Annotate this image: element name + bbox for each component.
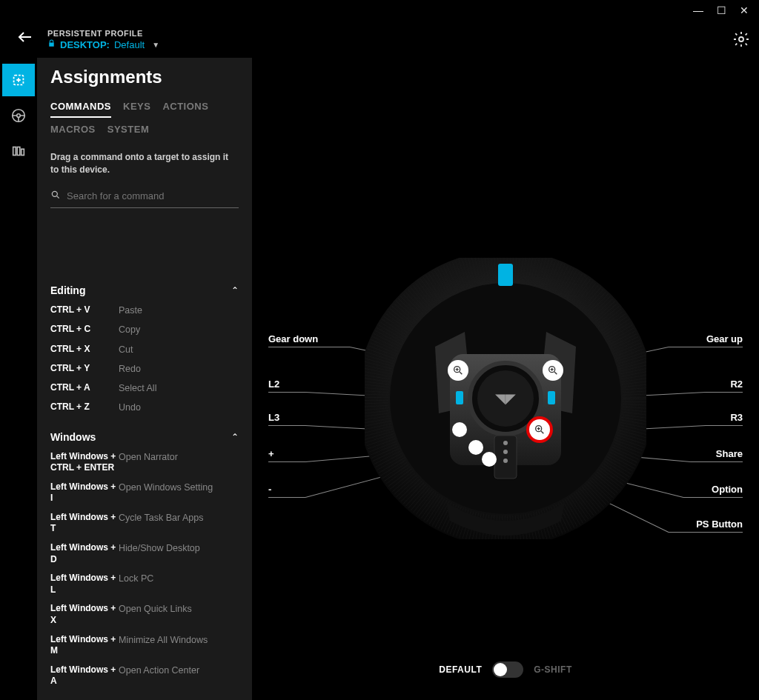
command-keys: Left Windows + A bbox=[50, 664, 119, 687]
command-label: Cut bbox=[119, 344, 133, 356]
command-item[interactable]: CTRL + ZUndo bbox=[50, 398, 239, 417]
window-close[interactable]: ✕ bbox=[740, 4, 749, 16]
svg-point-7 bbox=[52, 191, 57, 196]
command-label: Minimize All Windows bbox=[119, 634, 208, 646]
command-keys: Left Windows + L bbox=[50, 573, 119, 596]
search-input[interactable] bbox=[67, 190, 239, 201]
group-name: Windows bbox=[50, 431, 96, 443]
profile-name: Default bbox=[114, 39, 145, 50]
rail-assignments[interactable] bbox=[2, 64, 35, 96]
command-keys: Left Windows + D bbox=[50, 542, 119, 565]
command-item[interactable]: Left Windows + LLock PC bbox=[50, 569, 239, 599]
titlebar: — ☐ ✕ bbox=[0, 0, 759, 21]
rail-steering[interactable] bbox=[2, 99, 35, 132]
svg-rect-5 bbox=[17, 147, 20, 156]
command-keys: CTRL + C bbox=[50, 324, 119, 336]
group-header[interactable]: Editing⌃ bbox=[50, 284, 239, 296]
topbar: PERSISTENT PROFILE DESKTOP: Default ▼ bbox=[0, 21, 759, 58]
command-label: Undo bbox=[119, 401, 141, 413]
command-keys: CTRL + A bbox=[50, 382, 119, 394]
callout-gear-down: Gear down bbox=[268, 333, 318, 344]
tab-keys[interactable]: KEYS bbox=[123, 101, 150, 118]
tab-macros[interactable]: MACROS bbox=[50, 124, 96, 139]
command-item[interactable]: Left Windows + IOpen Windows Setting bbox=[50, 478, 239, 508]
hotspot-r3-highlighted[interactable] bbox=[529, 419, 550, 440]
svg-point-0 bbox=[739, 37, 743, 41]
command-label: Select All bbox=[119, 382, 156, 394]
command-item[interactable]: Left Windows + TCycle Task Bar Apps bbox=[50, 508, 239, 539]
callout-l2: L2 bbox=[268, 379, 279, 390]
command-keys: Left Windows + CTRL + ENTER bbox=[50, 451, 119, 474]
back-button[interactable] bbox=[7, 28, 43, 50]
group-header[interactable]: Windows⌃ bbox=[50, 431, 239, 443]
command-item[interactable]: Left Windows + CTRL + ENTEROpen Narrator bbox=[50, 447, 239, 478]
command-keys: CTRL + Z bbox=[50, 401, 119, 413]
command-keys: CTRL + V bbox=[50, 304, 119, 316]
search-icon bbox=[50, 190, 61, 203]
toggle-gshift-label: G-SHIFT bbox=[534, 664, 572, 675]
command-keys: CTRL + Y bbox=[50, 363, 119, 375]
callout-option: Option bbox=[712, 484, 743, 495]
chevron-down-icon[interactable]: ▼ bbox=[152, 41, 159, 49]
command-item[interactable]: CTRL + ASelect All bbox=[50, 379, 239, 398]
command-item[interactable]: Left Windows + AOpen Action Center bbox=[50, 661, 239, 691]
command-label: Cycle Task Bar Apps bbox=[119, 512, 203, 524]
window-minimize[interactable]: — bbox=[693, 4, 703, 16]
tab-commands[interactable]: COMMANDS bbox=[50, 101, 111, 118]
command-item[interactable]: CTRL + YRedo bbox=[50, 359, 239, 379]
gshift-switch[interactable] bbox=[492, 661, 523, 678]
lock-icon bbox=[47, 39, 56, 50]
command-item[interactable]: CTRL + CCopy bbox=[50, 320, 239, 339]
chevron-up-icon: ⌃ bbox=[231, 285, 239, 296]
command-item[interactable]: Left Windows + DHide/Show Desktop bbox=[50, 539, 239, 569]
hotspot-r2[interactable] bbox=[548, 391, 555, 404]
profile-selector[interactable]: DESKTOP: Default ▼ bbox=[47, 39, 159, 50]
persistent-profile-label: PERSISTENT PROFILE bbox=[47, 29, 159, 38]
page-title: Assignments bbox=[50, 67, 239, 87]
left-rail bbox=[0, 58, 37, 700]
command-label: Lock PC bbox=[119, 573, 153, 584]
command-item[interactable]: CTRL + XCut bbox=[50, 340, 239, 359]
device-view: Gear down L2 L3 + - bbox=[252, 58, 759, 700]
sidebar: Assignments COMMANDS KEYS ACTIONS MACROS… bbox=[37, 58, 252, 700]
command-label: Copy bbox=[119, 324, 140, 336]
rail-pedals[interactable] bbox=[2, 135, 35, 167]
help-text: Drag a command onto a target to assign i… bbox=[50, 151, 239, 176]
tab-actions[interactable]: ACTIONS bbox=[162, 101, 208, 118]
hotspot-plus[interactable] bbox=[468, 440, 483, 455]
command-label: Open Windows Setting bbox=[119, 481, 213, 493]
command-label: Open Action Center bbox=[119, 664, 199, 676]
command-item[interactable]: Left Windows + XOpen Quick Links bbox=[50, 599, 239, 630]
hotspot-face[interactable] bbox=[543, 360, 563, 381]
callout-plus: + bbox=[268, 448, 274, 459]
callout-r2: R2 bbox=[730, 379, 743, 390]
svg-rect-6 bbox=[21, 149, 24, 155]
chevron-up-icon: ⌃ bbox=[231, 432, 239, 442]
group-name: Editing bbox=[50, 284, 85, 296]
svg-point-19 bbox=[503, 459, 508, 463]
desktop-label: DESKTOP: bbox=[60, 39, 110, 50]
hotspot-minus[interactable] bbox=[482, 452, 497, 467]
command-item[interactable]: Left Windows + MMinimize All Windows bbox=[50, 630, 239, 661]
command-list[interactable]: Editing⌃CTRL + VPasteCTRL + CCopyCTRL + … bbox=[50, 271, 248, 700]
hotspot-l2[interactable] bbox=[456, 391, 463, 404]
window-maximize[interactable]: ☐ bbox=[717, 4, 726, 16]
command-keys: CTRL + X bbox=[50, 344, 119, 356]
callout-share: Share bbox=[716, 448, 743, 459]
command-label: Redo bbox=[119, 363, 141, 375]
search-row bbox=[50, 187, 239, 208]
hotspot-dpad[interactable] bbox=[448, 360, 468, 381]
callout-r3: R3 bbox=[730, 412, 743, 423]
tab-system[interactable]: SYSTEM bbox=[107, 124, 149, 139]
callout-gear-up: Gear up bbox=[706, 333, 743, 344]
svg-text:◥◤: ◥◤ bbox=[495, 391, 516, 406]
toggle-default-label: DEFAULT bbox=[439, 664, 482, 675]
hotspot-l3[interactable] bbox=[452, 422, 467, 437]
command-label: Open Quick Links bbox=[119, 603, 192, 615]
svg-rect-4 bbox=[13, 147, 16, 156]
command-item[interactable]: CTRL + VPaste bbox=[50, 301, 239, 320]
callout-l3: L3 bbox=[268, 412, 279, 423]
command-keys: Left Windows + I bbox=[50, 481, 119, 504]
settings-button[interactable] bbox=[732, 30, 750, 48]
svg-point-3 bbox=[17, 114, 21, 118]
